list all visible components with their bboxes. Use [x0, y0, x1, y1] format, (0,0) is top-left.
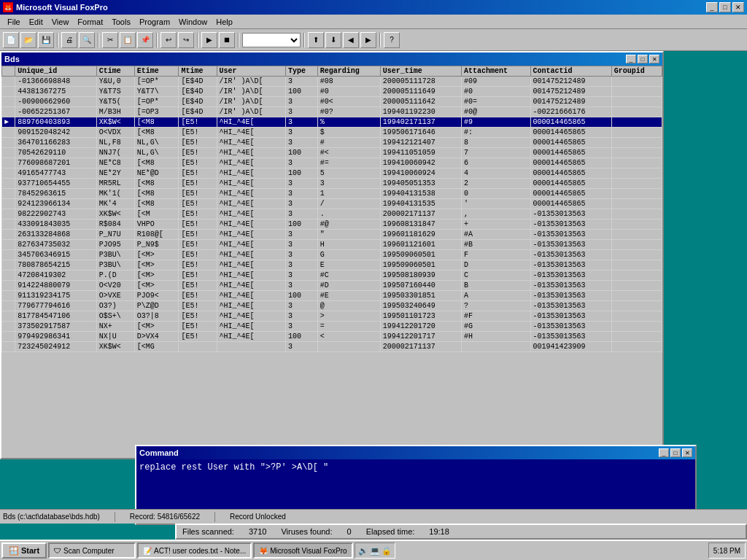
- close-button[interactable]: ✕: [732, 2, 744, 12]
- col-regarding[interactable]: Regarding: [317, 66, 380, 77]
- command-minimize[interactable]: _: [659, 448, 669, 457]
- start-button[interactable]: 🪟 Start: [1, 542, 47, 559]
- table-row[interactable]: 70542629110NNJ7(NL,G\[E5!^HI_^4E[100#<19…: [2, 148, 662, 158]
- command-window-title: Command: [139, 448, 179, 457]
- toolbar-sep-5: [238, 33, 239, 47]
- col-type[interactable]: Type: [286, 66, 318, 77]
- tb-btn-3[interactable]: ◀: [343, 32, 359, 48]
- col-groupid[interactable]: Groupid: [611, 66, 662, 77]
- table-row[interactable]: 47208419302P.(D[<M>[E5!^HI_^4E[3#C199508…: [2, 271, 662, 281]
- table-row[interactable]: 345706346915P3BU\[<M>[E5!^HI_^4E[3G19950…: [2, 250, 662, 260]
- table-row[interactable]: 909152048242O<VDX[<M8[E5!^HI_^4E[3$19950…: [2, 128, 662, 138]
- save-button[interactable]: 💾: [38, 32, 54, 48]
- bds-close[interactable]: ✕: [649, 55, 659, 63]
- status-file: Bds (c:\act\database\bds.hdb): [3, 513, 100, 521]
- table-row[interactable]: 98222902743XK$W<[<M[E5!^HI_^4E[3.2000021…: [2, 209, 662, 219]
- print-preview-button[interactable]: 🔍: [79, 32, 95, 48]
- table-row[interactable]: 817784547106O$S+\O3?|8[E5!^HI_^4E[3>1995…: [2, 311, 662, 322]
- run-button[interactable]: ▶: [201, 32, 217, 48]
- menu-window[interactable]: Window: [174, 16, 212, 28]
- stop-button[interactable]: ⏹: [219, 32, 235, 48]
- table-row[interactable]: 780878654215P3BU\[<M>[E5!^HI_^4E[3E19950…: [2, 260, 662, 271]
- menu-program[interactable]: Program: [135, 16, 174, 28]
- table-row[interactable]: 914224880079O<V20[<M>[E5!^HI_^4E[3#D1995…: [2, 281, 662, 291]
- col-etime[interactable]: Etime: [134, 66, 179, 77]
- paste-button[interactable]: 📌: [137, 32, 153, 48]
- undo-button[interactable]: ↩: [160, 32, 177, 48]
- col-attachment[interactable]: Attachment: [462, 66, 530, 77]
- table-row[interactable]: 827634735032PJO95P_N9$[E5!^HI_^4E[3H1996…: [2, 240, 662, 250]
- menu-tools[interactable]: Tools: [107, 16, 135, 28]
- bds-minimize[interactable]: _: [626, 55, 636, 63]
- col-unique-id[interactable]: Unique_id: [15, 66, 96, 77]
- bds-table-scroll[interactable]: Unique_id Ctime Etime Mtime User Type Re…: [1, 66, 662, 471]
- table-row[interactable]: 937710654455MR5RL[<M8[E5!^HI_^4E[3319940…: [2, 179, 662, 189]
- copy-button[interactable]: 📋: [120, 32, 136, 48]
- table-row[interactable]: 263133284868P_N7UR108@[[E5!^HI_^4E[3"199…: [2, 230, 662, 240]
- maximize-button[interactable]: □: [719, 2, 731, 12]
- taskbar-item-foxpro[interactable]: 🦊 Microsoft Visual FoxPro: [253, 542, 352, 559]
- bds-data-table: Unique_id Ctime Etime Mtime User Type Re…: [1, 66, 662, 352]
- table-row[interactable]: 924123966134MK'4[<M8[E5!^HI_^4E[3/199404…: [2, 199, 662, 209]
- table-row[interactable]: -01366698848Y&U,0[=OP*[E$4D/IR' )A\D[3#0…: [2, 77, 662, 87]
- notepad-label: ACT! user codes.txt - Note...: [154, 547, 246, 555]
- toolbar-sep-1: [57, 33, 58, 47]
- table-row[interactable]: 433091843035R$084VHPO[E5!^HI_^4E[100#@19…: [2, 219, 662, 230]
- table-row[interactable]: 44381367275Y&T7SY&T7\[E$4D/IR' )A\D[100#…: [2, 87, 662, 97]
- tb-btn-2[interactable]: ⬇: [325, 32, 341, 48]
- menu-format[interactable]: Format: [73, 16, 107, 28]
- table-row[interactable]: ►889760403893XK$W<[<M8[E5!^HI_^4E[3%1994…: [2, 117, 662, 128]
- cut-button[interactable]: ✂: [102, 32, 118, 48]
- status-divider-1: [115, 512, 115, 522]
- foxpro-icon: 🦊: [259, 547, 268, 555]
- menu-file[interactable]: File: [3, 16, 25, 28]
- toolbar: 📄 📂 💾 🖨 🔍 ✂ 📋 📌 ↩ ↪ ▶ ⏹ ⬆ ⬇ ◀ ▶ ?: [0, 29, 747, 51]
- table-row[interactable]: 49165477743NE*2YNE*@D[E5!^HI_^4E[1005199…: [2, 168, 662, 179]
- table-row[interactable]: 373502917587NX+[<M>[E5!^HI_^4E[3=1994122…: [2, 322, 662, 332]
- menu-help[interactable]: Help: [212, 16, 237, 28]
- taskbar-item-notepad[interactable]: 📝 ACT! user codes.txt - Note...: [137, 542, 252, 559]
- tray-icon-1: 🔊: [358, 546, 368, 556]
- table-row[interactable]: 979492986341NX|UD>VX4[E5!^HI_^4E[100<199…: [2, 332, 662, 342]
- col-mtime[interactable]: Mtime: [179, 66, 217, 77]
- table-row[interactable]: 911319234175O>VXEPJO9<[E5!^HI_^4E[100#E1…: [2, 291, 662, 301]
- status-record: Record: 54816/65622: [130, 513, 200, 521]
- table-row[interactable]: 364701166283NL,F8NL,G\[E5!^HI_^4E[3#1994…: [2, 138, 662, 148]
- table-row[interactable]: 776098687201NE*C8[<M8[E5!^HI_^4E[3#=1994…: [2, 158, 662, 168]
- elapsed-label: Elapsed time:: [366, 527, 415, 536]
- bds-window-controls: _ □ ✕: [626, 55, 659, 63]
- redo-button[interactable]: ↪: [178, 32, 194, 48]
- menu-view[interactable]: View: [47, 16, 74, 28]
- table-row[interactable]: -00900662960Y&T5([=OP*[E$4D/IR' )A\D[3#0…: [2, 97, 662, 107]
- help-button[interactable]: ?: [384, 32, 400, 48]
- table-row[interactable]: 78452963615MK'1([<M8[E5!^HI_^4E[31199404…: [2, 189, 662, 199]
- new-button[interactable]: 📄: [3, 32, 19, 48]
- toolbar-combo[interactable]: [242, 33, 301, 47]
- taskbar: 🪟 Start 🛡 Scan Computer 📝 ACT! user code…: [0, 540, 747, 560]
- toolbar-sep-3: [156, 33, 158, 47]
- col-user-time[interactable]: User_time: [380, 66, 461, 77]
- open-button[interactable]: 📂: [20, 32, 36, 48]
- command-maximize[interactable]: □: [670, 448, 681, 457]
- app-icon: 🦊: [3, 2, 13, 12]
- tb-btn-4[interactable]: ▶: [360, 32, 376, 48]
- menu-bar: File Edit View Format Tools Program Wind…: [0, 15, 747, 29]
- command-close[interactable]: ✕: [682, 448, 692, 457]
- bds-maximize[interactable]: □: [638, 55, 648, 63]
- taskbar-item-scan[interactable]: 🛡 Scan Computer: [48, 542, 136, 559]
- menu-edit[interactable]: Edit: [25, 16, 47, 28]
- tray-icon-3: 🔒: [382, 546, 392, 556]
- viruses-found-label: Viruses found:: [281, 527, 332, 536]
- elapsed-value: 19:18: [429, 527, 449, 536]
- col-user[interactable]: User: [217, 66, 285, 77]
- print-button[interactable]: 🖨: [61, 32, 77, 48]
- clock-time: 5:18 PM: [713, 547, 740, 555]
- table-row[interactable]: -00652251367M/B3H[=OP3[E$4D/IR' )A\D[3#0…: [2, 107, 662, 117]
- table-row[interactable]: 723245024912XK$W<[<MG3200002171137001941…: [2, 342, 662, 352]
- col-ctime[interactable]: Ctime: [96, 66, 134, 77]
- table-row[interactable]: 779677794616O3?)P\Z@D[E5!^HI_^4E[3@19950…: [2, 301, 662, 311]
- tb-btn-1[interactable]: ⬆: [308, 32, 324, 48]
- scan-label: Scan Computer: [63, 547, 114, 555]
- minimize-button[interactable]: _: [706, 2, 718, 12]
- col-contactid[interactable]: Contactid: [530, 66, 611, 77]
